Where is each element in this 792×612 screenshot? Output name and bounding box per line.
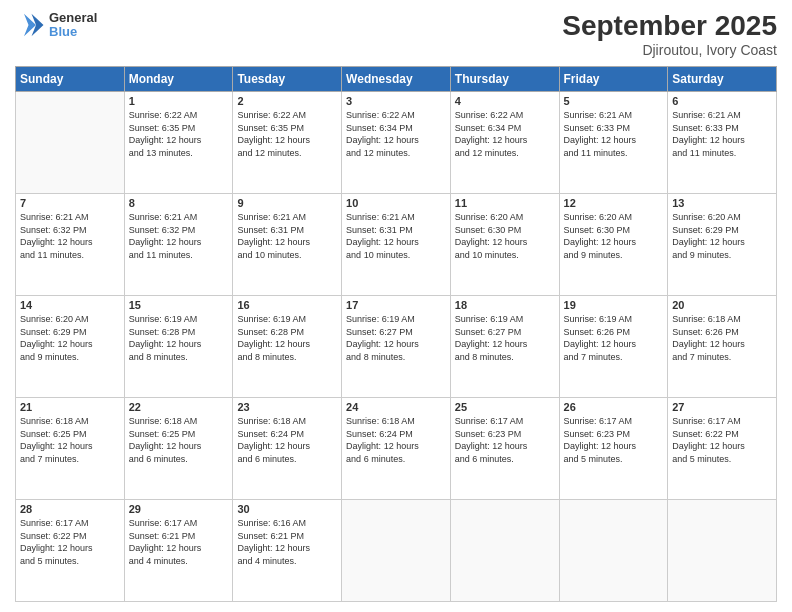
cell-content: Sunrise: 6:22 AM Sunset: 6:34 PM Dayligh… bbox=[455, 109, 555, 159]
day-number: 2 bbox=[237, 95, 337, 107]
calendar-cell bbox=[559, 500, 668, 602]
cell-content: Sunrise: 6:18 AM Sunset: 6:25 PM Dayligh… bbox=[129, 415, 229, 465]
day-number: 4 bbox=[455, 95, 555, 107]
day-number: 24 bbox=[346, 401, 446, 413]
day-number: 9 bbox=[237, 197, 337, 209]
calendar-cell: 16 Sunrise: 6:19 AM Sunset: 6:28 PM Dayl… bbox=[233, 296, 342, 398]
day-number: 3 bbox=[346, 95, 446, 107]
calendar-cell bbox=[668, 500, 777, 602]
day-number: 14 bbox=[20, 299, 120, 311]
cell-content: Sunrise: 6:21 AM Sunset: 6:33 PM Dayligh… bbox=[672, 109, 772, 159]
cell-content: Sunrise: 6:22 AM Sunset: 6:35 PM Dayligh… bbox=[237, 109, 337, 159]
calendar-day-header: Friday bbox=[559, 67, 668, 92]
cell-content: Sunrise: 6:21 AM Sunset: 6:32 PM Dayligh… bbox=[129, 211, 229, 261]
calendar-week-row: 21 Sunrise: 6:18 AM Sunset: 6:25 PM Dayl… bbox=[16, 398, 777, 500]
day-number: 7 bbox=[20, 197, 120, 209]
cell-content: Sunrise: 6:20 AM Sunset: 6:30 PM Dayligh… bbox=[564, 211, 664, 261]
day-number: 16 bbox=[237, 299, 337, 311]
page: General Blue September 2025 Djiroutou, I… bbox=[0, 0, 792, 612]
cell-content: Sunrise: 6:19 AM Sunset: 6:28 PM Dayligh… bbox=[237, 313, 337, 363]
calendar-day-header: Monday bbox=[124, 67, 233, 92]
calendar-cell: 19 Sunrise: 6:19 AM Sunset: 6:26 PM Dayl… bbox=[559, 296, 668, 398]
cell-content: Sunrise: 6:22 AM Sunset: 6:35 PM Dayligh… bbox=[129, 109, 229, 159]
calendar-header-row: SundayMondayTuesdayWednesdayThursdayFrid… bbox=[16, 67, 777, 92]
day-number: 6 bbox=[672, 95, 772, 107]
calendar-day-header: Thursday bbox=[450, 67, 559, 92]
day-number: 29 bbox=[129, 503, 229, 515]
day-number: 25 bbox=[455, 401, 555, 413]
cell-content: Sunrise: 6:18 AM Sunset: 6:24 PM Dayligh… bbox=[346, 415, 446, 465]
calendar-day-header: Saturday bbox=[668, 67, 777, 92]
cell-content: Sunrise: 6:19 AM Sunset: 6:26 PM Dayligh… bbox=[564, 313, 664, 363]
cell-content: Sunrise: 6:20 AM Sunset: 6:29 PM Dayligh… bbox=[672, 211, 772, 261]
logo-line2: Blue bbox=[49, 25, 97, 39]
subtitle: Djiroutou, Ivory Coast bbox=[562, 42, 777, 58]
day-number: 11 bbox=[455, 197, 555, 209]
main-title: September 2025 bbox=[562, 10, 777, 42]
calendar-cell: 18 Sunrise: 6:19 AM Sunset: 6:27 PM Dayl… bbox=[450, 296, 559, 398]
calendar-cell: 9 Sunrise: 6:21 AM Sunset: 6:31 PM Dayli… bbox=[233, 194, 342, 296]
day-number: 26 bbox=[564, 401, 664, 413]
calendar-cell: 24 Sunrise: 6:18 AM Sunset: 6:24 PM Dayl… bbox=[342, 398, 451, 500]
calendar-table: SundayMondayTuesdayWednesdayThursdayFrid… bbox=[15, 66, 777, 602]
calendar-cell: 25 Sunrise: 6:17 AM Sunset: 6:23 PM Dayl… bbox=[450, 398, 559, 500]
calendar-cell: 17 Sunrise: 6:19 AM Sunset: 6:27 PM Dayl… bbox=[342, 296, 451, 398]
logo: General Blue bbox=[15, 10, 97, 40]
cell-content: Sunrise: 6:16 AM Sunset: 6:21 PM Dayligh… bbox=[237, 517, 337, 567]
cell-content: Sunrise: 6:20 AM Sunset: 6:30 PM Dayligh… bbox=[455, 211, 555, 261]
calendar-cell: 28 Sunrise: 6:17 AM Sunset: 6:22 PM Dayl… bbox=[16, 500, 125, 602]
calendar-week-row: 7 Sunrise: 6:21 AM Sunset: 6:32 PM Dayli… bbox=[16, 194, 777, 296]
logo-text: General Blue bbox=[49, 11, 97, 40]
day-number: 12 bbox=[564, 197, 664, 209]
day-number: 1 bbox=[129, 95, 229, 107]
cell-content: Sunrise: 6:21 AM Sunset: 6:31 PM Dayligh… bbox=[237, 211, 337, 261]
calendar-cell: 13 Sunrise: 6:20 AM Sunset: 6:29 PM Dayl… bbox=[668, 194, 777, 296]
calendar-day-header: Wednesday bbox=[342, 67, 451, 92]
calendar-week-row: 28 Sunrise: 6:17 AM Sunset: 6:22 PM Dayl… bbox=[16, 500, 777, 602]
calendar-body: 1 Sunrise: 6:22 AM Sunset: 6:35 PM Dayli… bbox=[16, 92, 777, 602]
calendar-cell: 10 Sunrise: 6:21 AM Sunset: 6:31 PM Dayl… bbox=[342, 194, 451, 296]
calendar-cell: 3 Sunrise: 6:22 AM Sunset: 6:34 PM Dayli… bbox=[342, 92, 451, 194]
calendar-cell: 20 Sunrise: 6:18 AM Sunset: 6:26 PM Dayl… bbox=[668, 296, 777, 398]
cell-content: Sunrise: 6:22 AM Sunset: 6:34 PM Dayligh… bbox=[346, 109, 446, 159]
calendar-cell: 12 Sunrise: 6:20 AM Sunset: 6:30 PM Dayl… bbox=[559, 194, 668, 296]
cell-content: Sunrise: 6:17 AM Sunset: 6:23 PM Dayligh… bbox=[455, 415, 555, 465]
calendar-cell: 8 Sunrise: 6:21 AM Sunset: 6:32 PM Dayli… bbox=[124, 194, 233, 296]
day-number: 10 bbox=[346, 197, 446, 209]
day-number: 20 bbox=[672, 299, 772, 311]
calendar-cell: 5 Sunrise: 6:21 AM Sunset: 6:33 PM Dayli… bbox=[559, 92, 668, 194]
calendar-cell: 11 Sunrise: 6:20 AM Sunset: 6:30 PM Dayl… bbox=[450, 194, 559, 296]
cell-content: Sunrise: 6:18 AM Sunset: 6:24 PM Dayligh… bbox=[237, 415, 337, 465]
calendar-cell: 14 Sunrise: 6:20 AM Sunset: 6:29 PM Dayl… bbox=[16, 296, 125, 398]
logo-icon bbox=[15, 10, 45, 40]
header: General Blue September 2025 Djiroutou, I… bbox=[15, 10, 777, 58]
day-number: 23 bbox=[237, 401, 337, 413]
day-number: 15 bbox=[129, 299, 229, 311]
calendar-cell: 23 Sunrise: 6:18 AM Sunset: 6:24 PM Dayl… bbox=[233, 398, 342, 500]
day-number: 22 bbox=[129, 401, 229, 413]
calendar-cell: 4 Sunrise: 6:22 AM Sunset: 6:34 PM Dayli… bbox=[450, 92, 559, 194]
calendar-cell bbox=[16, 92, 125, 194]
calendar-day-header: Sunday bbox=[16, 67, 125, 92]
cell-content: Sunrise: 6:21 AM Sunset: 6:33 PM Dayligh… bbox=[564, 109, 664, 159]
calendar-cell bbox=[342, 500, 451, 602]
calendar-cell: 1 Sunrise: 6:22 AM Sunset: 6:35 PM Dayli… bbox=[124, 92, 233, 194]
calendar-cell: 29 Sunrise: 6:17 AM Sunset: 6:21 PM Dayl… bbox=[124, 500, 233, 602]
cell-content: Sunrise: 6:21 AM Sunset: 6:31 PM Dayligh… bbox=[346, 211, 446, 261]
cell-content: Sunrise: 6:18 AM Sunset: 6:25 PM Dayligh… bbox=[20, 415, 120, 465]
cell-content: Sunrise: 6:17 AM Sunset: 6:22 PM Dayligh… bbox=[672, 415, 772, 465]
calendar-cell: 26 Sunrise: 6:17 AM Sunset: 6:23 PM Dayl… bbox=[559, 398, 668, 500]
cell-content: Sunrise: 6:21 AM Sunset: 6:32 PM Dayligh… bbox=[20, 211, 120, 261]
day-number: 13 bbox=[672, 197, 772, 209]
calendar-week-row: 14 Sunrise: 6:20 AM Sunset: 6:29 PM Dayl… bbox=[16, 296, 777, 398]
calendar-cell: 27 Sunrise: 6:17 AM Sunset: 6:22 PM Dayl… bbox=[668, 398, 777, 500]
day-number: 8 bbox=[129, 197, 229, 209]
day-number: 30 bbox=[237, 503, 337, 515]
calendar-day-header: Tuesday bbox=[233, 67, 342, 92]
cell-content: Sunrise: 6:17 AM Sunset: 6:21 PM Dayligh… bbox=[129, 517, 229, 567]
title-block: September 2025 Djiroutou, Ivory Coast bbox=[562, 10, 777, 58]
day-number: 21 bbox=[20, 401, 120, 413]
calendar-cell bbox=[450, 500, 559, 602]
day-number: 17 bbox=[346, 299, 446, 311]
day-number: 19 bbox=[564, 299, 664, 311]
